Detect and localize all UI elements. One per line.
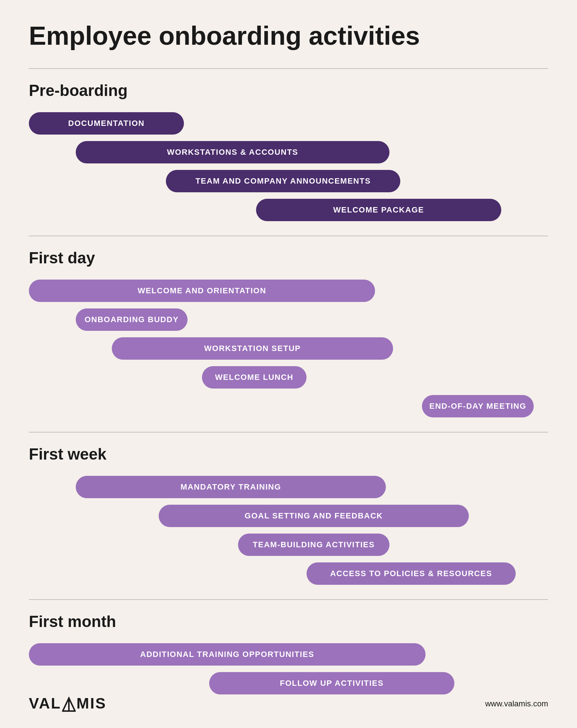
section-divider [29,68,548,69]
bar-row: DOCUMENTATION [29,112,548,135]
footer: VAL MIS www.valamis.com [29,695,548,712]
section-pre-boarding: Pre-boardingDOCUMENTATIONWORKSTATIONS & … [29,68,548,221]
bars-container-pre-boarding: DOCUMENTATIONWORKSTATIONS & ACCOUNTSTEAM… [29,112,548,221]
section-title-first-day: First day [29,249,548,267]
logo: VAL MIS [29,695,107,712]
activity-bar: WELCOME AND ORIENTATION [29,280,375,302]
bar-row: GOAL SETTING AND FEEDBACK [29,505,548,527]
section-divider [29,236,548,236]
activity-bar: WELCOME LUNCH [202,366,307,389]
bar-row: FOLLOW UP ACTIVITIES [29,672,548,694]
section-title-first-month: First month [29,613,548,631]
bar-row: END-OF-DAY MEETING [29,395,548,417]
bars-container-first-month: ADDITIONAL TRAINING OPPORTUNITIESFOLLOW … [29,643,548,694]
activity-bar: TEAM-BUILDING ACTIVITIES [238,534,389,556]
bar-row: WORKSTATION SETUP [29,337,548,360]
section-first-week: First weekMANDATORY TRAININGGOAL SETTING… [29,432,548,585]
section-title-first-week: First week [29,445,548,463]
bar-row: WELCOME LUNCH [29,366,548,389]
bar-row: WELCOME AND ORIENTATION [29,280,548,302]
bars-container-first-day: WELCOME AND ORIENTATIONONBOARDING BUDDYW… [29,280,548,417]
bar-row: MANDATORY TRAINING [29,476,548,498]
activity-bar: GOAL SETTING AND FEEDBACK [159,505,469,527]
page-title: Employee onboarding activities [29,22,548,50]
activity-bar: ONBOARDING BUDDY [76,308,188,331]
logo-text: VAL MIS [29,695,107,712]
activity-bar: WORKSTATION SETUP [112,337,393,360]
bars-container-first-week: MANDATORY TRAININGGOAL SETTING AND FEEDB… [29,476,548,585]
activity-bar: FOLLOW UP ACTIVITIES [209,672,454,694]
activity-bar: ADDITIONAL TRAINING OPPORTUNITIES [29,643,426,666]
section-first-month: First monthADDITIONAL TRAINING OPPORTUNI… [29,599,548,694]
logo-triangle-icon [62,697,76,712]
activity-bar: TEAM AND COMPANY ANNOUNCEMENTS [166,170,400,192]
bar-row: ONBOARDING BUDDY [29,308,548,331]
activity-bar: MANDATORY TRAINING [76,476,386,498]
footer-url: www.valamis.com [485,699,548,709]
activity-bar: END-OF-DAY MEETING [422,395,534,417]
section-first-day: First dayWELCOME AND ORIENTATIONONBOARDI… [29,236,548,417]
section-divider [29,599,548,600]
bar-row: ACCESS TO POLICIES & RESOURCES [29,562,548,585]
activity-bar: ACCESS TO POLICIES & RESOURCES [307,562,516,585]
activity-bar: WORKSTATIONS & ACCOUNTS [76,141,389,163]
bar-row: TEAM AND COMPANY ANNOUNCEMENTS [29,170,548,192]
section-title-pre-boarding: Pre-boarding [29,82,548,100]
bar-row: ADDITIONAL TRAINING OPPORTUNITIES [29,643,548,666]
activity-bar: DOCUMENTATION [29,112,184,135]
section-divider [29,432,548,433]
activity-bar: WELCOME PACKAGE [256,199,501,221]
bar-row: TEAM-BUILDING ACTIVITIES [29,534,548,556]
bar-row: WELCOME PACKAGE [29,199,548,221]
sections-container: Pre-boardingDOCUMENTATIONWORKSTATIONS & … [29,68,548,694]
bar-row: WORKSTATIONS & ACCOUNTS [29,141,548,163]
